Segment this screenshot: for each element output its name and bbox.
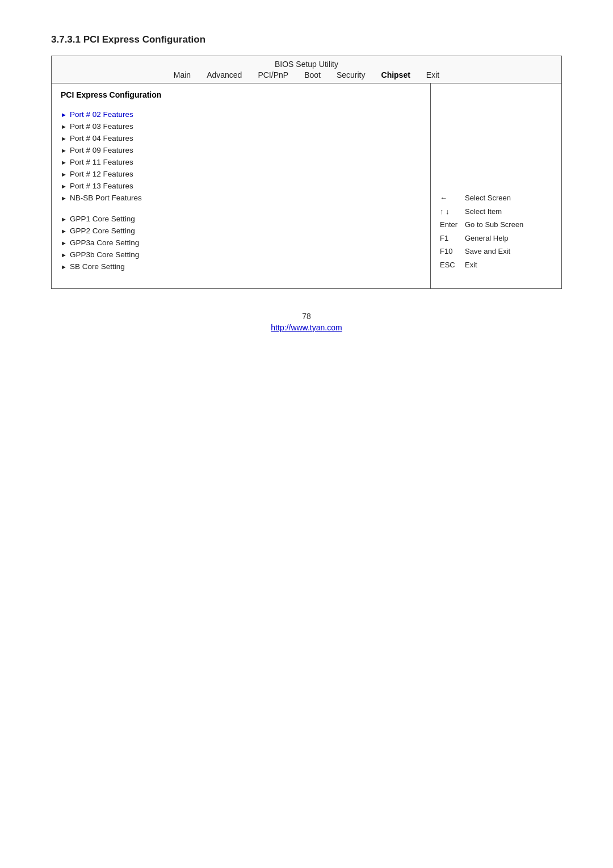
help-desc-select-screen: Select Screen bbox=[465, 192, 511, 204]
menu-item-boot[interactable]: Boot bbox=[304, 70, 321, 79]
menu-item-pcinp[interactable]: PCI/PnP bbox=[258, 70, 288, 79]
help-desc-enter: Go to Sub Screen bbox=[465, 219, 523, 230]
port-items-list: ► Port # 02 Features ► Port # 03 Feature… bbox=[61, 108, 421, 204]
nb-sb-label: NB-SB Port Features bbox=[70, 194, 142, 202]
gpp1-item[interactable]: ► GPP1 Core Setting bbox=[61, 213, 421, 225]
bios-menu-items: Main Advanced PCI/PnP Boot Security Chip… bbox=[52, 70, 561, 79]
arrow-icon: ► bbox=[61, 123, 67, 130]
help-esc: ESC Exit bbox=[440, 259, 552, 271]
port-09-label: Port # 09 Features bbox=[70, 146, 133, 154]
help-items: ← Select Screen ↑ ↓ Select Item Enter Go… bbox=[440, 192, 552, 270]
menu-item-chipset[interactable]: Chipset bbox=[381, 70, 410, 79]
port-03-label: Port # 03 Features bbox=[70, 122, 133, 131]
port-12-item[interactable]: ► Port # 12 Features bbox=[61, 168, 421, 180]
bios-window: BIOS Setup Utility Main Advanced PCI/PnP… bbox=[51, 56, 562, 289]
port-02-item[interactable]: ► Port # 02 Features bbox=[61, 108, 421, 120]
help-desc-esc: Exit bbox=[465, 259, 477, 271]
help-key-f10: F10 bbox=[440, 246, 460, 257]
panel-title: PCI Express Configuration bbox=[61, 90, 421, 99]
port-12-label: Port # 12 Features bbox=[70, 170, 133, 178]
arrow-icon: ► bbox=[61, 183, 67, 190]
sb-core-item[interactable]: ► SB Core Setting bbox=[61, 261, 421, 272]
page-url[interactable]: http://www.tyan.com bbox=[51, 323, 562, 332]
arrow-icon: ► bbox=[61, 171, 67, 178]
help-key-arrow: ← bbox=[440, 192, 460, 204]
help-desc-f1: General Help bbox=[465, 233, 509, 244]
nb-sb-item[interactable]: ► NB-SB Port Features bbox=[61, 192, 421, 204]
port-13-item[interactable]: ► Port # 13 Features bbox=[61, 180, 421, 192]
port-04-label: Port # 04 Features bbox=[70, 134, 133, 142]
port-09-item[interactable]: ► Port # 09 Features bbox=[61, 144, 421, 156]
arrow-icon: ► bbox=[61, 195, 67, 202]
sb-core-label: SB Core Setting bbox=[70, 262, 125, 271]
help-key-enter: Enter bbox=[440, 219, 460, 230]
help-key-f1: F1 bbox=[440, 233, 460, 244]
bios-title: BIOS Setup Utility bbox=[52, 60, 561, 69]
menu-item-exit[interactable]: Exit bbox=[426, 70, 439, 79]
bios-content: PCI Express Configuration ► Port # 02 Fe… bbox=[52, 83, 561, 288]
core-items-list: ► GPP1 Core Setting ► GPP2 Core Setting … bbox=[61, 213, 421, 272]
port-02-label: Port # 02 Features bbox=[70, 110, 133, 119]
help-f1: F1 General Help bbox=[440, 233, 552, 244]
arrow-icon: ► bbox=[61, 240, 67, 246]
arrow-icon: ► bbox=[61, 135, 67, 142]
page-number: 78 bbox=[51, 312, 562, 321]
port-11-item[interactable]: ► Port # 11 Features bbox=[61, 156, 421, 168]
menu-item-main[interactable]: Main bbox=[174, 70, 191, 79]
help-key-esc: ESC bbox=[440, 259, 460, 271]
help-desc-select-item: Select Item bbox=[465, 206, 502, 217]
port-04-item[interactable]: ► Port # 04 Features bbox=[61, 132, 421, 144]
help-select-screen: ← Select Screen bbox=[440, 192, 552, 204]
port-03-item[interactable]: ► Port # 03 Features bbox=[61, 120, 421, 132]
arrow-icon: ► bbox=[61, 111, 67, 118]
menu-item-security[interactable]: Security bbox=[337, 70, 366, 79]
arrow-icon: ► bbox=[61, 263, 67, 270]
bios-right-panel: ← Select Screen ↑ ↓ Select Item Enter Go… bbox=[431, 83, 561, 288]
help-desc-f10: Save and Exit bbox=[465, 246, 510, 257]
arrow-icon: ► bbox=[61, 147, 67, 154]
section-title: 3.7.3.1 PCI Express Configuration bbox=[51, 34, 562, 45]
gpp2-label: GPP2 Core Setting bbox=[70, 227, 135, 235]
bios-left-panel: PCI Express Configuration ► Port # 02 Fe… bbox=[52, 83, 431, 288]
gpp3b-label: GPP3b Core Setting bbox=[70, 250, 139, 259]
help-enter: Enter Go to Sub Screen bbox=[440, 219, 552, 230]
arrow-icon: ► bbox=[61, 216, 67, 223]
page-footer: 78 http://www.tyan.com bbox=[51, 289, 562, 332]
arrow-icon: ► bbox=[61, 159, 67, 166]
help-f10: F10 Save and Exit bbox=[440, 246, 552, 257]
port-11-label: Port # 11 Features bbox=[70, 158, 133, 166]
help-select-item: ↑ ↓ Select Item bbox=[440, 206, 552, 217]
gpp3a-label: GPP3a Core Setting bbox=[70, 238, 139, 247]
gpp3a-item[interactable]: ► GPP3a Core Setting bbox=[61, 237, 421, 249]
menu-item-advanced[interactable]: Advanced bbox=[207, 70, 242, 79]
help-key-updown: ↑ ↓ bbox=[440, 206, 460, 217]
port-13-label: Port # 13 Features bbox=[70, 182, 133, 190]
gpp2-item[interactable]: ► GPP2 Core Setting bbox=[61, 225, 421, 237]
arrow-icon: ► bbox=[61, 228, 67, 234]
arrow-icon: ► bbox=[61, 251, 67, 258]
gpp3b-item[interactable]: ► GPP3b Core Setting bbox=[61, 249, 421, 261]
bios-menubar: BIOS Setup Utility Main Advanced PCI/PnP… bbox=[52, 56, 561, 83]
gpp1-label: GPP1 Core Setting bbox=[70, 215, 135, 223]
